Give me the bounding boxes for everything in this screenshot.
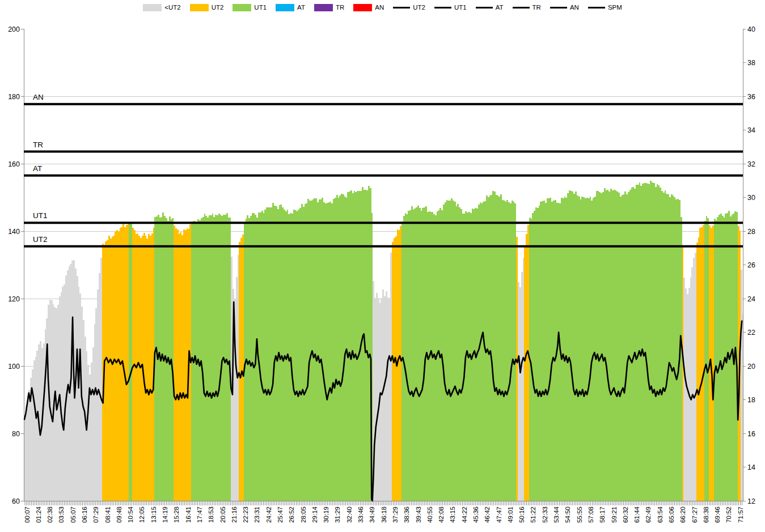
y-left-axis-label: 140 — [8, 228, 20, 236]
y-left-axis-label: 60 — [12, 497, 20, 505]
x-axis-label: 17:47 — [196, 507, 203, 523]
x-axis-label: 13:15 — [150, 507, 157, 523]
y-right-axis-label: 12 — [747, 497, 755, 505]
x-axis-label: 36:18 — [381, 507, 387, 523]
hr-zone-area-ut2 — [132, 228, 154, 501]
x-axis-label: 15:28 — [173, 507, 180, 523]
x-axis-label: 39:43 — [415, 507, 422, 523]
x-axis-label: 59:21 — [611, 507, 618, 523]
x-axis-label: 67:27 — [691, 507, 698, 523]
y-right-axis-label: 14 — [747, 463, 755, 471]
hr-zone-area-ut1 — [529, 181, 682, 501]
hr-zone-area-lt — [741, 270, 743, 501]
x-axis-label: 38:36 — [403, 507, 410, 523]
x-axis-label: 03:53 — [58, 507, 65, 523]
x-axis-label: 66:20 — [679, 507, 686, 523]
threshold-label-ut2: UT2 — [33, 235, 48, 244]
x-axis-label: 34:49 — [369, 507, 375, 523]
hr-zone-area-ut1 — [244, 186, 373, 501]
x-axis-label: 05:07 — [70, 507, 77, 523]
x-axis-label: 45:36 — [472, 507, 479, 523]
y-right-axis-label: 20 — [747, 363, 755, 371]
threshold-label-ut1: UT1 — [33, 211, 48, 220]
x-axis-label: 60:32 — [622, 507, 629, 523]
x-axis-label: 33:46 — [357, 507, 364, 523]
x-axis-label: 00:07 — [24, 507, 31, 523]
x-axis-label: 69:46 — [714, 507, 721, 523]
x-axis-label: 65:06 — [668, 507, 675, 523]
x-axis-label: 47:47 — [496, 507, 502, 523]
x-axis-label: 25:47 — [277, 507, 284, 523]
hr-zone-area-lt — [24, 258, 102, 501]
y-right-axis-label: 18 — [747, 396, 755, 404]
hr-zone-area-ut2 — [696, 225, 704, 501]
x-axis-label: 14:19 — [162, 507, 168, 523]
x-axis-label: 16:41 — [185, 507, 192, 523]
x-axis-label: 09:48 — [116, 507, 122, 523]
hr-zone-area-ut2 — [682, 245, 684, 501]
x-axis-label: 40:55 — [426, 507, 433, 523]
y-right-axis-label: 22 — [747, 329, 755, 337]
x-axis-label: 08:41 — [104, 507, 111, 523]
hr-zone-area-ut2 — [516, 237, 518, 501]
x-axis-label: 07:29 — [92, 507, 99, 523]
x-axis-label: 28:05 — [300, 507, 307, 523]
x-axis-label: 29:14 — [311, 506, 318, 522]
x-axis-label: 32:40 — [346, 507, 353, 523]
hr-zone-area-ut1 — [129, 223, 132, 501]
x-axis-label: 20:05 — [219, 507, 226, 523]
y-left-axis-label: 80 — [12, 430, 20, 438]
x-axis-label: 46:42 — [484, 507, 491, 523]
x-axis-label: 58:17 — [599, 507, 606, 523]
x-axis-label: 02:38 — [47, 507, 53, 523]
y-right-axis-label: 38 — [747, 59, 755, 67]
x-axis-label: 54:50 — [564, 507, 571, 523]
x-axis-label: 23:31 — [253, 507, 260, 523]
x-axis-label: 51:22 — [530, 507, 536, 523]
hr-zone-area-ut1 — [704, 216, 709, 501]
training-intensity-chart: ANTRATUT1UT22001801601401201008060403836… — [0, 0, 765, 532]
y-left-axis-label: 200 — [8, 25, 20, 33]
threshold-label-tr: TR — [33, 141, 43, 149]
x-axis-label: 24:42 — [265, 507, 272, 523]
y-right-axis-label: 34 — [747, 126, 755, 134]
x-axis-label: 50:16 — [518, 507, 525, 523]
x-axis-label: 55:55 — [576, 507, 583, 523]
x-axis-label: 61:44 — [633, 506, 640, 522]
hr-zone-area-ut1 — [191, 213, 231, 501]
x-axis-label: 10:54 — [127, 506, 134, 522]
y-right-axis-label: 24 — [747, 295, 755, 303]
x-axis-label: 22:23 — [242, 507, 249, 523]
hr-zone-area-lt — [373, 253, 392, 501]
hr-zone-area-ut1 — [401, 191, 516, 501]
x-axis-label: 53:44 — [553, 506, 560, 522]
y-right-axis-label: 16 — [747, 430, 755, 438]
hr-zone-area-lt — [518, 258, 524, 501]
y-left-axis-label: 180 — [8, 93, 20, 101]
x-axis-label: 12:05 — [138, 507, 145, 523]
x-axis-label: 52:33 — [542, 507, 548, 523]
x-axis-label: 71:57 — [737, 507, 744, 523]
x-axis-label: 26:52 — [288, 507, 295, 523]
x-axis-label: 49:01 — [507, 507, 514, 523]
x-axis-label: 37:29 — [392, 507, 399, 523]
hr-zone-area-ut2 — [239, 235, 243, 501]
training-session-chart-page: <UT2UT2UT1ATTRANUT2UT1ATTRANSPM ANTRATUT… — [0, 0, 765, 532]
x-axis-minor-tick-band — [24, 501, 743, 505]
threshold-label-an: AN — [33, 93, 44, 101]
hr-zone-area-ut2 — [524, 225, 529, 501]
x-axis-label: 30:19 — [323, 507, 329, 523]
x-axis-label: 62:49 — [645, 507, 652, 523]
x-axis-label: 42:08 — [438, 507, 445, 523]
x-axis-label: 44:22 — [461, 507, 468, 523]
x-axis-label: 01:24 — [35, 506, 42, 522]
x-axis-label: 31:29 — [334, 507, 341, 523]
y-right-axis-label: 28 — [747, 228, 755, 236]
y-right-axis-label: 36 — [747, 93, 755, 101]
x-axis-label: 21:16 — [231, 507, 238, 523]
y-left-axis-label: 100 — [8, 363, 20, 371]
x-axis-label: 18:53 — [208, 507, 214, 523]
y-right-axis-label: 40 — [747, 25, 755, 33]
x-axis-label: 63:54 — [657, 506, 663, 522]
y-left-axis-label: 120 — [8, 295, 20, 303]
